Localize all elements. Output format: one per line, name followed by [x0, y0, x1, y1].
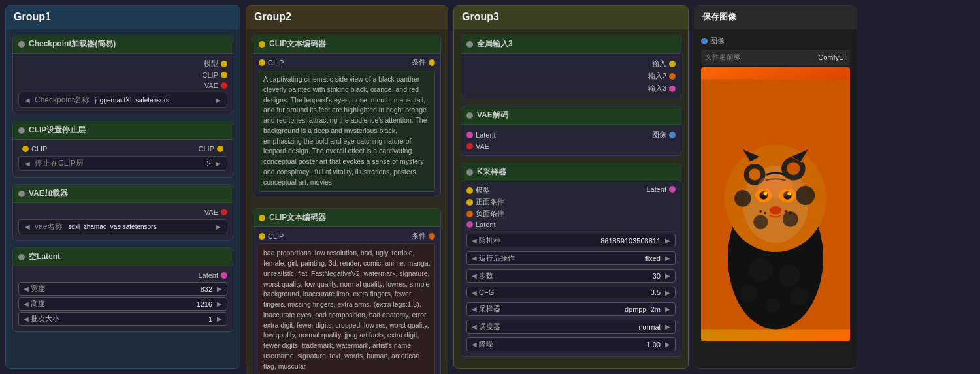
sampler-row[interactable]: ◀ 采样器 dpmpp_2m ▶	[466, 302, 676, 316]
steps-next[interactable]: ▶	[663, 272, 672, 279]
model-out-dot	[221, 61, 227, 67]
svg-point-20	[764, 212, 767, 215]
height-prev[interactable]: ◀	[22, 300, 31, 307]
clip-enc2-clip-dot	[259, 215, 265, 221]
svg-point-22	[789, 212, 792, 215]
vae-prev[interactable]: ◀	[23, 223, 32, 230]
vae-decode-title: VAE解码	[477, 110, 508, 121]
vae-decode-body: Latent 图像 VAE	[461, 125, 681, 155]
vae-decode-latent-in	[466, 132, 473, 138]
clip-encoder2-text[interactable]: bad proportions, low resolution, bad, ug…	[259, 243, 435, 374]
clip-encoder1-text[interactable]: A captivating cinematic side view of a b…	[259, 70, 435, 192]
checkpoint-input-row[interactable]: ◀ Checkpoint名称 juggernautXL.safetensors …	[18, 93, 227, 108]
svg-point-7	[796, 186, 815, 205]
run-after-next[interactable]: ▶	[663, 255, 672, 262]
empty-latent-body: Latent ◀ 宽度 832 ▶ ◀ 高度 1216 ▶	[13, 266, 233, 331]
steps-prev[interactable]: ◀	[470, 272, 479, 279]
ksampler-pos-label: 正面条件	[476, 197, 504, 207]
vae-label: vae名称	[35, 221, 63, 232]
checkpoint-clip-row: CLIP	[18, 70, 227, 80]
run-after-prev[interactable]: ◀	[470, 255, 479, 262]
width-next[interactable]: ▶	[215, 285, 224, 292]
denoise-prev[interactable]: ◀	[470, 341, 479, 348]
seed-value: 861859103506811	[500, 237, 663, 245]
checkpoint-prev-btn[interactable]: ◀	[23, 97, 32, 104]
group1-body: Checkpoint加载器(简易) 模型 CLIP	[6, 29, 240, 368]
clip-stop-label: 停止在CLIP层	[35, 158, 201, 169]
clip-enc1-clip-dot	[259, 41, 265, 48]
group3-title: Group3	[454, 6, 688, 29]
scheduler-next[interactable]: ▶	[663, 323, 672, 330]
vae-decode-latent-row: Latent 图像	[466, 129, 676, 141]
height-next[interactable]: ▶	[215, 300, 224, 307]
clip-stop-body: CLIP CLIP ◀ 停止在CLIP层 -2 ▶	[13, 140, 233, 177]
vae-decode-vae-in	[466, 143, 473, 149]
input3-label: 输入3	[648, 84, 666, 93]
latent-port-row: Latent	[18, 270, 227, 281]
width-row[interactable]: ◀ 宽度 832 ▶	[18, 282, 227, 296]
scheduler-row[interactable]: ◀ 调度器 normal ▶	[466, 320, 676, 334]
checkpoint-next-btn[interactable]: ▶	[214, 97, 223, 104]
input2-row: 输入2	[466, 70, 676, 82]
checkpoint-node: Checkpoint加载器(简易) 模型 CLIP	[12, 35, 233, 114]
group2-title: Group2	[246, 6, 448, 29]
width-prev[interactable]: ◀	[22, 285, 31, 292]
clip-out-label: CLIP	[199, 145, 214, 153]
sampler-next[interactable]: ▶	[663, 305, 672, 313]
clip-stop-next[interactable]: ▶	[214, 160, 223, 167]
height-row[interactable]: ◀ 高度 1216 ▶	[18, 297, 227, 311]
vae-loader-input[interactable]: ◀ vae名称 sdxl_zhamao_vae.safetensors ▶	[18, 219, 227, 234]
vae-decode-vae-label: VAE	[476, 142, 489, 150]
clip-stop-prev[interactable]: ◀	[23, 160, 32, 167]
global-input-body: 输入 输入2 输入3	[461, 54, 681, 99]
empty-latent-dot	[18, 254, 25, 260]
ksampler-header: K采样器	[461, 163, 681, 181]
sampler-prev[interactable]: ◀	[470, 305, 479, 313]
svg-point-29	[740, 285, 757, 302]
global-input-dot	[466, 41, 473, 48]
denoise-next[interactable]: ▶	[663, 341, 672, 348]
checkpoint-label: Checkpoint名称	[35, 95, 90, 106]
svg-point-10	[749, 168, 760, 180]
batch-prev[interactable]: ◀	[22, 315, 31, 322]
cfg-row[interactable]: ◀ CFG 3.5 ▶	[466, 287, 676, 298]
save-panel-body: 图像 文件名前缀 ComfyUI	[694, 29, 857, 347]
scheduler-label: 调度器	[479, 322, 500, 332]
batch-next[interactable]: ▶	[215, 315, 224, 322]
cfg-next[interactable]: ▶	[663, 289, 672, 296]
scheduler-prev[interactable]: ◀	[470, 323, 479, 330]
run-after-row[interactable]: ◀ 运行后操作 fixed ▶	[466, 251, 676, 265]
svg-point-21	[785, 210, 787, 213]
cfg-label: CFG	[479, 288, 494, 296]
sampler-value: dpmpp_2m	[500, 305, 663, 313]
vae-next[interactable]: ▶	[214, 223, 223, 230]
global-input-header: 全局输入3	[461, 35, 681, 54]
width-label: 宽度	[31, 284, 45, 294]
clip-encoder1-node: CLIP文本编码器 CLIP 条件 A captivating cinemati	[253, 35, 441, 196]
vae-decode-dot	[466, 112, 473, 119]
batch-label: 批次大小	[31, 314, 59, 324]
vae-decode-vae-row: VAE	[466, 141, 676, 151]
empty-latent-title: 空Latent	[29, 251, 60, 262]
leopard-svg	[701, 67, 850, 341]
cfg-prev[interactable]: ◀	[470, 289, 479, 296]
clip-stop-node: CLIP设置停止层 CLIP CLIP ◀	[12, 121, 233, 178]
clip-encoder2-header: CLIP文本编码器	[253, 209, 440, 227]
vae-loader-node: VAE加载器 VAE ◀ vae名称 sdxl_zhamao_vae.safet…	[12, 184, 233, 241]
seed-row[interactable]: ◀ 随机种 861859103506811 ▶	[466, 234, 676, 247]
latent-port-label: Latent	[198, 272, 218, 279]
clip-stop-input[interactable]: ◀ 停止在CLIP层 -2 ▶	[18, 156, 227, 171]
group3-panel: Group3 全局输入3 输入	[453, 5, 689, 369]
ksampler-body: 模型 正面条件 负面条件	[461, 181, 681, 356]
steps-row[interactable]: ◀ 步数 30 ▶	[466, 269, 676, 283]
clip-stop-header: CLIP设置停止层	[13, 121, 233, 140]
vae-decode-image-label: 图像	[652, 130, 666, 140]
svg-point-6	[734, 190, 751, 207]
seed-next[interactable]: ▶	[663, 237, 672, 244]
checkpoint-model-port: 模型	[204, 59, 227, 69]
denoise-row[interactable]: ◀ 降噪 1.00 ▶	[466, 337, 676, 351]
batch-value: 1	[59, 315, 215, 323]
batch-row[interactable]: ◀ 批次大小 1 ▶	[18, 312, 227, 326]
checkpoint-vae-port: VAE	[204, 82, 227, 89]
seed-prev[interactable]: ◀	[470, 237, 479, 244]
